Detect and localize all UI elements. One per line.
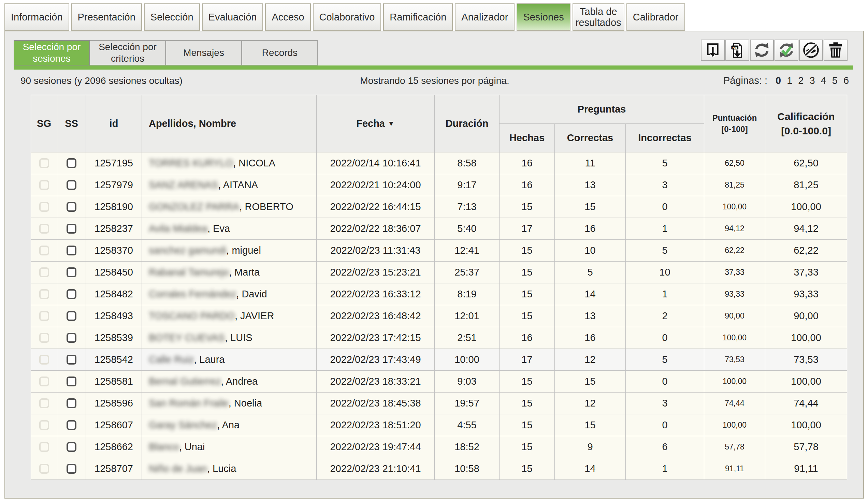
pagination: Páginas: : 0 1 2 3 4 5 6 [509, 75, 863, 86]
col-header-sg[interactable]: SG [31, 95, 57, 153]
status-line: 90 sesiones (y 2096 sesiones ocultas) Mo… [5, 75, 863, 86]
session-date: 2022/02/23 18:33:21 [317, 371, 435, 393]
ss-cell [57, 393, 86, 414]
tab-calibrador[interactable]: Calibrador [627, 3, 685, 31]
tab-presentacion[interactable]: Presentación [71, 3, 142, 31]
sg-checkbox[interactable] [39, 245, 49, 255]
name-separator: , [218, 179, 223, 190]
col-header-fecha[interactable]: Fecha▼ [317, 95, 435, 153]
ss-checkbox[interactable] [66, 158, 76, 168]
given-name: David [241, 289, 267, 300]
tab-tabla-de-resultados[interactable]: Tabla de resultados [572, 3, 624, 31]
sg-checkbox[interactable] [39, 311, 49, 321]
page-link-3[interactable]: 3 [809, 75, 815, 86]
ss-checkbox[interactable] [66, 464, 76, 474]
tab-ramificacion[interactable]: Ramificación [383, 3, 453, 31]
page-link-5[interactable]: 5 [832, 75, 838, 86]
given-name: Laura [199, 354, 225, 365]
score: 93,33 [704, 283, 765, 305]
session-row: 1258237 Avila Mialdea, Eva 2022/02/22 18… [31, 218, 847, 240]
ss-checkbox[interactable] [66, 420, 76, 430]
subtab-seleccion-por-criterios[interactable]: Selección por criterios [90, 40, 166, 65]
page-link-0[interactable]: 0 [776, 75, 781, 86]
sg-checkbox[interactable] [39, 398, 49, 408]
main-tabbar: Información Presentación Selección Evalu… [4, 3, 685, 31]
col-header-name[interactable]: Apellidos, Nombre [142, 95, 317, 153]
ss-checkbox[interactable] [66, 245, 76, 255]
session-id: 1258482 [86, 283, 142, 305]
session-id: 1258190 [86, 196, 142, 218]
tab-seleccion[interactable]: Selección [144, 3, 200, 31]
subtab-mensajes[interactable]: Mensajes [166, 40, 242, 65]
col-header-ss[interactable]: SS [57, 95, 86, 153]
ss-checkbox[interactable] [66, 289, 76, 299]
participant-name: BOTEY CUEVAS, LUIS [142, 327, 317, 349]
tab-sesiones[interactable]: Sesiones [517, 3, 570, 31]
refresh-button[interactable] [750, 40, 774, 61]
ss-checkbox[interactable] [66, 202, 76, 212]
tab-analizador[interactable]: Analizador [455, 3, 515, 31]
subtab-seleccion-por-sesiones[interactable]: Selección por sesiones [14, 40, 90, 65]
session-id: 1258542 [86, 349, 142, 371]
session-id: 1258662 [86, 436, 142, 458]
sg-checkbox[interactable] [39, 202, 49, 212]
ss-cell [57, 174, 86, 196]
delete-trash-icon [827, 41, 845, 59]
ss-checkbox[interactable] [66, 311, 76, 321]
col-header-duracion[interactable]: Duración [435, 95, 499, 153]
session-duration: 8:58 [435, 153, 499, 174]
sg-checkbox[interactable] [39, 333, 49, 343]
tab-informacion[interactable]: Información [4, 3, 69, 31]
grade: 94,12 [765, 218, 847, 240]
ss-checkbox[interactable] [66, 355, 76, 365]
col-header-hechas[interactable]: Hechas [499, 124, 555, 153]
sg-checkbox[interactable] [39, 464, 49, 474]
sg-checkbox[interactable] [39, 355, 49, 365]
ss-checkbox[interactable] [66, 442, 76, 452]
page-link-1[interactable]: 1 [787, 75, 792, 86]
col-header-correctas[interactable]: Correctas [555, 124, 626, 153]
sessions-screen: Información Presentación Selección Evalu… [0, 0, 868, 502]
page-link-4[interactable]: 4 [821, 75, 826, 86]
ss-checkbox[interactable] [66, 180, 76, 190]
sg-checkbox[interactable] [39, 268, 49, 277]
pdf-download-button[interactable]: PDF [725, 40, 749, 61]
tab-acceso[interactable]: Acceso [265, 3, 310, 31]
sg-checkbox[interactable] [39, 377, 49, 386]
score: 74,44 [704, 393, 765, 414]
page-link-2[interactable]: 2 [798, 75, 804, 86]
export-download-button[interactable] [701, 40, 725, 61]
sg-checkbox[interactable] [39, 289, 49, 299]
sg-checkbox[interactable] [39, 224, 49, 233]
tab-evaluacion[interactable]: Evaluación [202, 3, 264, 31]
session-date: 2022/02/14 10:16:41 [317, 153, 435, 174]
ss-checkbox[interactable] [66, 398, 76, 408]
questions-correct: 12 [555, 349, 626, 371]
refresh-accept-button[interactable] [775, 40, 798, 61]
sg-checkbox[interactable] [39, 158, 49, 168]
sg-checkbox[interactable] [39, 442, 49, 452]
session-date: 2022/02/23 18:45:38 [317, 393, 435, 414]
ss-checkbox[interactable] [66, 377, 76, 386]
col-header-incorrectas[interactable]: Incorrectas [626, 124, 704, 153]
grade: 74,44 [765, 393, 847, 414]
pages-label: Páginas: : [723, 75, 767, 86]
ss-checkbox[interactable] [66, 333, 76, 343]
subtab-records[interactable]: Records [242, 40, 318, 65]
ss-cell [57, 327, 86, 349]
given-name: Eva [213, 223, 230, 234]
hide-sessions-button[interactable] [799, 40, 823, 61]
score: 91,11 [704, 458, 765, 480]
col-header-calificacion[interactable]: Calificación [0.0-100.0] [765, 95, 847, 153]
questions-incorrect: 0 [626, 371, 704, 393]
tab-colaborativo[interactable]: Colaborativo [313, 3, 381, 31]
sg-checkbox[interactable] [39, 180, 49, 190]
col-header-puntuacion[interactable]: Puntuación [0-100] [704, 95, 765, 153]
page-link-6[interactable]: 6 [844, 75, 849, 86]
delete-sessions-button[interactable] [824, 40, 848, 61]
questions-incorrect: 5 [626, 240, 704, 262]
ss-checkbox[interactable] [66, 224, 76, 233]
sg-checkbox[interactable] [39, 420, 49, 430]
ss-checkbox[interactable] [66, 268, 76, 277]
col-header-id[interactable]: id [86, 95, 142, 153]
